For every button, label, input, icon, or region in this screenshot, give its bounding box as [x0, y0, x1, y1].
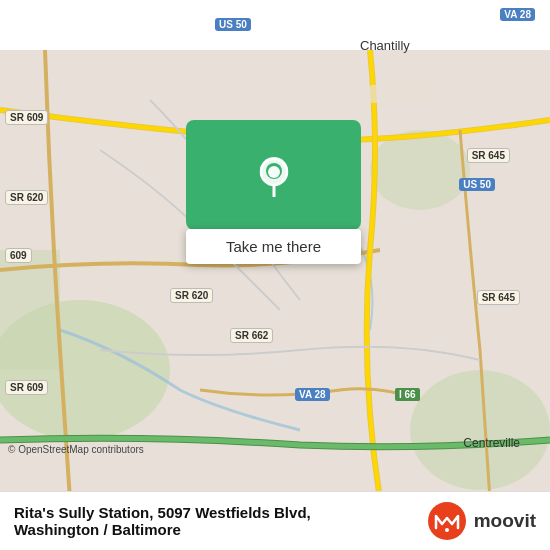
svg-point-3: [370, 130, 470, 210]
moovit-brand-icon: [428, 502, 466, 540]
road-label-sr620-btm: SR 620: [170, 288, 213, 303]
map-container: US 50 VA 28 SR 609 SR 620 SR 620 SR 609 …: [0, 0, 550, 550]
info-left: Rita's Sully Station, 5097 Westfields Bl…: [14, 504, 311, 538]
destination-marker: [186, 120, 361, 230]
svg-point-2: [410, 370, 550, 490]
svg-point-10: [428, 502, 466, 540]
take-me-there-button[interactable]: Take me there: [186, 229, 361, 264]
road-label-va28-top: VA 28: [500, 8, 535, 21]
svg-point-11: [445, 528, 449, 532]
svg-rect-5: [370, 85, 440, 103]
road-label-sr662: SR 662: [230, 328, 273, 343]
road-label-sr620-left: SR 620: [5, 190, 48, 205]
svg-point-9: [268, 166, 280, 178]
road-label-sr645-btm: SR 645: [477, 290, 520, 305]
location-name: Rita's Sully Station, 5097 Westfields Bl…: [14, 504, 311, 538]
road-label-sr645-right: SR 645: [467, 148, 510, 163]
info-bar: Rita's Sully Station, 5097 Westfields Bl…: [0, 491, 550, 550]
osm-copyright: © OpenStreetMap contributors: [8, 444, 144, 455]
road-label-sr609-btm: SR 609: [5, 380, 48, 395]
road-label-sr609-left: SR 609: [5, 110, 48, 125]
road-label-609-mid: 609: [5, 248, 32, 263]
moovit-logo: moovit: [428, 502, 536, 540]
map-svg: [0, 0, 550, 550]
centreville-label: Centreville: [463, 436, 520, 450]
location-pin-icon: [252, 153, 296, 197]
road-label-va28-btm: VA 28: [295, 388, 330, 401]
road-label-us50-mid: US 50: [459, 178, 495, 191]
road-label-i66: I 66: [395, 388, 420, 401]
chantilly-label: Chantilly: [360, 38, 410, 53]
moovit-brand-text: moovit: [474, 510, 536, 532]
road-label-us50-top: US 50: [215, 18, 251, 31]
